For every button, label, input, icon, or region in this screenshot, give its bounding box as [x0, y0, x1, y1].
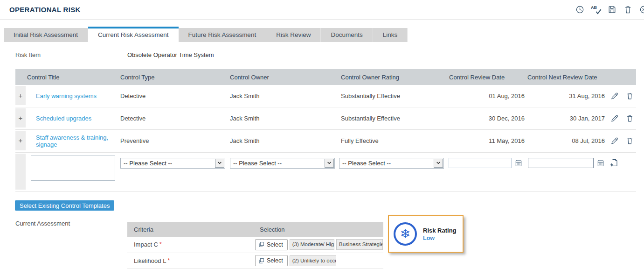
tab-risk-review[interactable]: Risk Review [266, 28, 321, 42]
control-type-select-value: -- Please Select -- [121, 158, 215, 168]
control-title-link[interactable]: Early warning systems [36, 92, 97, 99]
impact-category-chip: Business Strategies [336, 239, 383, 250]
control-type-cell: Detective [116, 85, 225, 107]
criteria-label: Likelihood L [134, 257, 166, 264]
page-title: OPERATIONAL RISK [9, 6, 81, 14]
criteria-table: Criteria Selection Impact C* Select (3) … [127, 222, 383, 269]
tab-current-risk-assessment[interactable]: Current Risk Assessment [88, 27, 179, 42]
control-next-review-date-input[interactable] [528, 158, 594, 168]
required-marker: * [167, 257, 170, 264]
control-owner-cell: Jack Smith [225, 85, 336, 107]
history-icon[interactable] [575, 5, 585, 14]
select-button-label: Select [267, 257, 283, 264]
col-header-control-review-date: Control Review Date [444, 69, 525, 85]
impact-select-button[interactable]: Select [255, 239, 288, 250]
required-marker: * [159, 241, 162, 248]
criteria-header-row: Criteria Selection [127, 222, 383, 237]
delete-row-icon[interactable] [626, 114, 634, 122]
header-divider [0, 19, 644, 20]
calendar-icon[interactable] [515, 159, 522, 167]
col-header-selection: Selection [253, 222, 383, 237]
control-next-review-date-cell: 31 Aug, 2016 [525, 85, 605, 107]
control-next-review-date-cell: 30 Jan, 2017 [525, 107, 605, 129]
risk-item-value: Obsolete Operator Time System [127, 51, 214, 58]
chevron-down-icon [325, 159, 334, 168]
col-header-criteria: Criteria [127, 222, 253, 237]
copy-icon [258, 241, 264, 248]
tab-bar: Initial Risk Assessment Current Risk Ass… [4, 27, 408, 42]
expand-row-button[interactable]: + [15, 86, 26, 105]
close-icon[interactable] [639, 5, 644, 14]
col-header-actions [605, 69, 636, 85]
tab-future-risk-assessment[interactable]: Future Risk Assessment [179, 28, 267, 42]
edit-icon[interactable] [611, 114, 619, 122]
col-header-control-type: Control Type [116, 69, 225, 85]
edit-icon[interactable] [611, 137, 619, 145]
current-assessment-label: Current Assessment [15, 220, 70, 227]
col-header-control-title: Control Title [15, 69, 116, 85]
new-control-row: -- Please Select -- -- Please Select -- … [15, 152, 636, 191]
control-review-date-input[interactable] [449, 158, 512, 168]
table-row: + Staff awareness & training, signage Pr… [15, 129, 636, 152]
save-icon[interactable] [607, 5, 617, 14]
risk-rating-value: Low [423, 235, 457, 241]
control-type-cell: Preventive [116, 129, 225, 152]
likelihood-select-button[interactable]: Select [255, 255, 288, 266]
copy-icon [258, 258, 264, 264]
add-control-icon[interactable] [610, 158, 618, 167]
controls-header-row: Control Title Control Type Control Owner… [15, 69, 636, 85]
control-title-link[interactable]: Staff awareness & training, signage [36, 134, 108, 148]
control-owner-rating-select-value: -- Please Select -- [339, 158, 433, 168]
delete-row-icon[interactable] [626, 137, 634, 145]
control-title-link[interactable]: Scheduled upgrades [36, 115, 91, 122]
risk-rating-label: Risk Rating [423, 227, 457, 234]
impact-selection-chip: (3) Moderate/ High [290, 239, 334, 250]
control-owner-rating-select[interactable]: -- Please Select -- [339, 158, 444, 169]
col-header-control-next-review-date: Control Next Review Date [525, 69, 605, 85]
control-review-date-cell: 11 May, 2016 [444, 129, 525, 152]
toolbar: AB [575, 5, 644, 14]
control-review-date-cell: 01 Aug, 2016 [444, 85, 525, 107]
col-header-control-owner-rating: Control Owner Rating [336, 69, 444, 85]
likelihood-selection-chip: (2) Unlikely to occur [290, 255, 336, 266]
control-owner-select-value: -- Please Select -- [230, 158, 324, 168]
chevron-down-icon [215, 159, 224, 168]
tab-documents[interactable]: Documents [321, 28, 373, 42]
expand-row-button[interactable]: + [15, 131, 26, 150]
control-review-date-cell: 30 Dec, 2016 [444, 107, 525, 129]
control-next-review-date-cell: 08 Jul, 2016 [525, 129, 605, 152]
control-owner-cell: Jack Smith [225, 107, 336, 129]
select-existing-control-templates-button[interactable]: Select Existing Control Templates [15, 200, 114, 211]
control-type-select[interactable]: -- Please Select -- [120, 158, 225, 169]
spellcheck-icon[interactable]: AB [591, 5, 601, 14]
criteria-row-likelihood: Likelihood L* Select (2) Unlikely to occ… [127, 253, 383, 269]
table-row: + Scheduled upgrades Detective Jack Smit… [15, 107, 636, 129]
controls-table: Control Title Control Type Control Owner… [15, 69, 636, 192]
tab-links[interactable]: Links [373, 28, 408, 42]
control-owner-rating-cell: Substantially Effective [336, 85, 444, 107]
control-owner-cell: Jack Smith [225, 129, 336, 152]
col-header-control-owner: Control Owner [225, 69, 336, 85]
risk-item-label: Risk Item [15, 51, 41, 58]
criteria-row-impact: Impact C* Select (3) Moderate/ High Busi… [127, 237, 383, 253]
risk-rating-card: ❄ Risk Rating Low [388, 215, 464, 253]
calendar-icon[interactable] [597, 159, 604, 167]
edit-icon[interactable] [611, 92, 619, 100]
expand-row-button[interactable]: + [15, 108, 26, 127]
select-button-label: Select [267, 241, 283, 248]
table-row: + Early warning systems Detective Jack S… [15, 85, 636, 107]
snowflake-icon: ❄ [394, 222, 417, 246]
control-type-cell: Detective [116, 107, 225, 129]
delete-icon[interactable] [623, 5, 633, 14]
control-owner-select[interactable]: -- Please Select -- [230, 158, 335, 169]
delete-row-icon[interactable] [626, 92, 634, 100]
new-row-gutter [15, 154, 26, 190]
new-control-title-input[interactable] [31, 156, 115, 181]
control-owner-rating-cell: Substantially Effective [336, 107, 444, 129]
control-owner-rating-cell: Fully Effective [336, 129, 444, 152]
chevron-down-icon [434, 159, 443, 168]
tab-initial-risk-assessment[interactable]: Initial Risk Assessment [4, 28, 88, 42]
criteria-label: Impact C [134, 241, 158, 248]
